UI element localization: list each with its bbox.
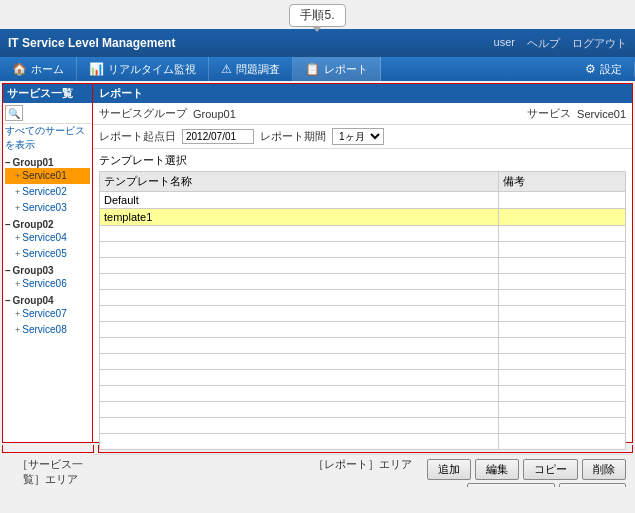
callout-label: 手順5.: [300, 8, 334, 22]
table-row-empty-3: [100, 258, 626, 274]
nav-bar: 🏠 ホーム 📊 リアルタイム監視 ⚠ 問題調査 📋 レポート ⚙ 設定: [0, 57, 635, 81]
template-note-template1: [498, 209, 625, 226]
table-row-empty-1: [100, 226, 626, 242]
header-nav: user ヘルプ ログアウト: [494, 36, 627, 51]
tree-item-service02[interactable]: Service02: [5, 184, 90, 200]
nav-report[interactable]: 📋 レポート: [293, 57, 381, 81]
template-table: テンプレート名称 備考 Default template1: [99, 171, 626, 450]
nav-realtime-label: リアルタイム監視: [108, 62, 196, 77]
tree-item-service04[interactable]: Service04: [5, 230, 90, 246]
filter-row-1: サービスグループ Group01 サービス Service01: [93, 103, 632, 125]
logout-link[interactable]: ログアウト: [572, 36, 627, 51]
table-row-empty-8: [100, 338, 626, 354]
service-area-label: ［サービス一覧］エリア: [0, 457, 90, 487]
show-all-link[interactable]: すべてのサービスを表示: [3, 124, 92, 152]
template-note-default: [498, 192, 625, 209]
table-row-empty-9: [100, 354, 626, 370]
app-title: IT Service Level Management: [8, 36, 494, 50]
filter-row-2: レポート起点日 レポート期間 1ヶ月 3ヶ月 6ヶ月 1年: [93, 125, 632, 149]
report-area-label: ［レポート］エリア: [90, 457, 635, 487]
tree-group-4: Group04: [5, 295, 90, 306]
help-link[interactable]: ヘルプ: [527, 36, 560, 51]
service-tree: Group01 Service01 Service02 Service03 Gr…: [3, 152, 92, 340]
nav-settings-label: 設定: [600, 62, 622, 77]
group-label: サービスグループ: [99, 106, 187, 121]
period-label: レポート期間: [260, 129, 326, 144]
service-value: Service01: [577, 108, 626, 120]
table-row-empty-5: [100, 290, 626, 306]
tree-item-service08[interactable]: Service08: [5, 322, 90, 338]
table-row-empty-6: [100, 306, 626, 322]
tree-item-service06[interactable]: Service06: [5, 276, 90, 292]
settings-icon: ⚙: [585, 62, 596, 76]
nav-report-label: レポート: [324, 62, 368, 77]
table-row-empty-12: [100, 402, 626, 418]
investigation-icon: ⚠: [221, 62, 232, 76]
report-panel: レポート サービスグループ Group01 サービス Service01 レポー…: [93, 84, 632, 442]
col-name: テンプレート名称: [100, 172, 499, 192]
tree-item-service03[interactable]: Service03: [5, 200, 90, 216]
tree-group-3: Group03: [5, 265, 90, 276]
nav-realtime[interactable]: 📊 リアルタイム監視: [77, 57, 209, 81]
bracket-left: [2, 445, 94, 453]
nav-settings-area: ⚙ 設定: [573, 57, 635, 81]
table-row-empty-7: [100, 322, 626, 338]
table-row-empty-11: [100, 386, 626, 402]
search-button[interactable]: 🔍: [5, 105, 23, 121]
template-row-default[interactable]: Default: [100, 192, 626, 209]
template-row-template1[interactable]: template1: [100, 209, 626, 226]
nav-investigation[interactable]: ⚠ 問題調査: [209, 57, 293, 81]
area-labels: ［サービス一覧］エリア ［レポート］エリア: [0, 453, 635, 487]
period-select[interactable]: 1ヶ月 3ヶ月 6ヶ月 1年: [332, 128, 384, 145]
bracket-right: [98, 445, 633, 453]
tree-group-2: Group02: [5, 219, 90, 230]
table-row-empty-10: [100, 370, 626, 386]
template-section: テンプレート選択 テンプレート名称 備考 Default template1: [93, 149, 632, 454]
tree-item-service01[interactable]: Service01: [5, 168, 90, 184]
realtime-icon: 📊: [89, 62, 104, 76]
callout-container: 手順5.: [0, 0, 635, 29]
nav-home[interactable]: 🏠 ホーム: [0, 57, 77, 81]
group-value: Group01: [193, 108, 236, 120]
main-area: サービス一覧 🔍 すべてのサービスを表示 Group01 Service01 S…: [2, 83, 633, 443]
tree-item-service07[interactable]: Service07: [5, 306, 90, 322]
service-list-header: サービス一覧: [3, 84, 92, 103]
service-label: サービス: [527, 106, 571, 121]
col-note: 備考: [498, 172, 625, 192]
date-label: レポート起点日: [99, 129, 176, 144]
table-row-empty-13: [100, 418, 626, 434]
template-section-label: テンプレート選択: [99, 153, 626, 168]
nav-settings[interactable]: ⚙ 設定: [573, 62, 635, 77]
service-list-panel: サービス一覧 🔍 すべてのサービスを表示 Group01 Service01 S…: [3, 84, 93, 442]
user-label: user: [494, 36, 515, 51]
tree-item-service05[interactable]: Service05: [5, 246, 90, 262]
home-icon: 🏠: [12, 62, 27, 76]
search-bar: 🔍: [3, 103, 92, 124]
nav-home-label: ホーム: [31, 62, 64, 77]
template-name-default: Default: [100, 192, 499, 209]
template-name-template1: template1: [100, 209, 499, 226]
callout-bubble: 手順5.: [289, 4, 345, 27]
table-row-empty-2: [100, 242, 626, 258]
date-input[interactable]: [182, 129, 254, 144]
tree-group-1: Group01: [5, 157, 90, 168]
table-row-empty-4: [100, 274, 626, 290]
app-header: IT Service Level Management user ヘルプ ログア…: [0, 29, 635, 57]
nav-investigation-label: 問題調査: [236, 62, 280, 77]
report-icon: 📋: [305, 62, 320, 76]
report-panel-header: レポート: [93, 84, 632, 103]
